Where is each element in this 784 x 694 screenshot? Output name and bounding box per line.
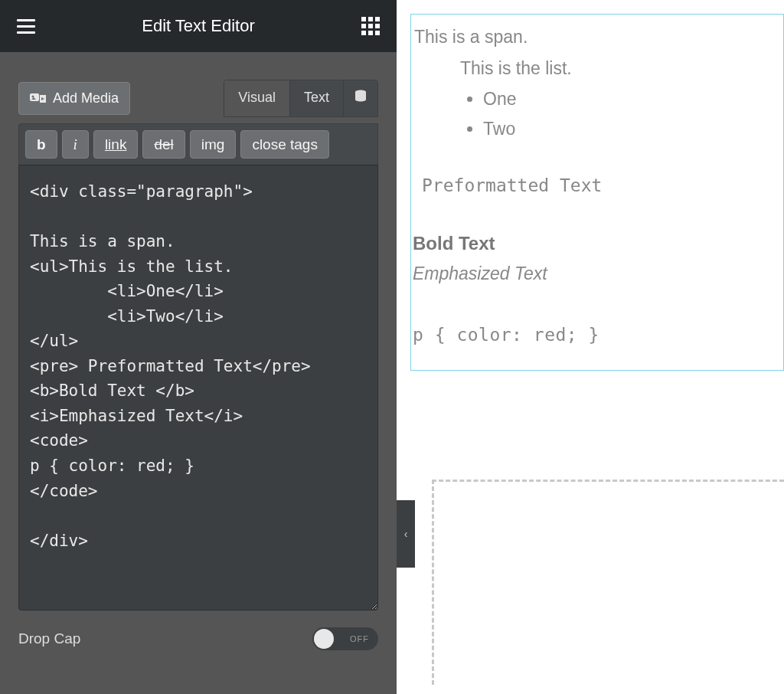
preview-area: This is a span. This is the list. One Tw… <box>397 0 784 694</box>
preview-box[interactable]: This is a span. This is the list. One Tw… <box>410 14 784 371</box>
drop-cap-label: Drop Cap <box>18 630 80 647</box>
preview-emphasized: Emphasized Text <box>411 260 783 287</box>
editor-body: Add Media Visual Text b i link del <box>0 52 397 694</box>
database-icon <box>354 90 367 103</box>
format-img-button[interactable]: img <box>190 130 237 159</box>
media-icon <box>30 92 47 106</box>
chevron-left-icon: ‹ <box>404 528 408 540</box>
menu-icon[interactable] <box>17 19 35 34</box>
format-link-button[interactable]: link <box>93 130 139 159</box>
code-editor[interactable]: <div class="paragraph"> This is a span. … <box>18 165 378 611</box>
format-italic-button[interactable]: i <box>62 130 89 159</box>
preview-list: One Two <box>411 86 783 142</box>
format-close-tags-button[interactable]: close tags <box>240 130 329 159</box>
drop-cap-setting: Drop Cap OFF <box>18 611 378 667</box>
drop-zone[interactable] <box>432 480 784 685</box>
list-item: One <box>483 86 783 113</box>
svg-rect-0 <box>30 93 39 101</box>
apps-icon[interactable] <box>361 17 380 35</box>
drop-cap-toggle[interactable]: OFF <box>312 627 378 650</box>
preview-list-intro: This is the list. <box>411 55 783 82</box>
panel-title: Edit Text Editor <box>142 16 255 36</box>
format-del-button[interactable]: del <box>142 130 185 159</box>
list-item: Two <box>483 116 783 142</box>
collapse-panel-button[interactable]: ‹ <box>397 500 415 568</box>
preview-code: p { color: red; } <box>411 322 783 349</box>
tab-templates[interactable] <box>344 80 377 116</box>
tab-text[interactable]: Text <box>290 80 344 116</box>
editor-header: Edit Text Editor <box>0 0 397 52</box>
tab-visual[interactable]: Visual <box>224 80 290 116</box>
format-toolbar: b i link del img close tags <box>18 123 378 165</box>
format-bold-button[interactable]: b <box>25 130 57 159</box>
add-media-label: Add Media <box>53 90 119 106</box>
toggle-knob <box>314 629 334 649</box>
editor-panel: Edit Text Editor Add Media Visual <box>0 0 397 694</box>
toggle-off-label: OFF <box>350 634 369 643</box>
preview-bold: Bold Text <box>411 230 783 257</box>
preview-preformatted: Preformatted Text <box>411 172 783 199</box>
editor-tabs: Visual Text <box>224 80 378 117</box>
editor-top-row: Add Media Visual Text <box>18 80 378 117</box>
preview-span-text: This is a span. <box>411 24 783 51</box>
add-media-button[interactable]: Add Media <box>18 82 130 115</box>
